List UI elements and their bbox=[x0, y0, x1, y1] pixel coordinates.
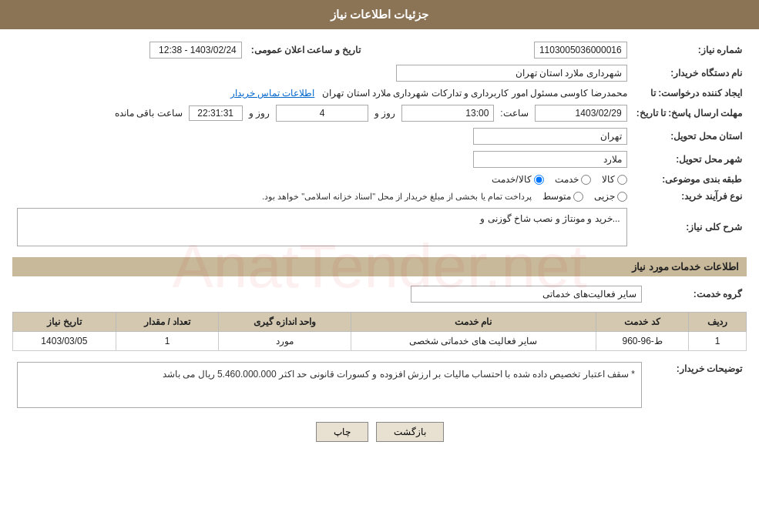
category-radio-group: کالا خدمت کالا/خدمت bbox=[17, 174, 627, 185]
province-label: استان محل تحویل: bbox=[632, 125, 747, 148]
col-header-code: کد خدمت bbox=[596, 313, 688, 332]
creator-label: ایجاد کننده درخواست: تا bbox=[632, 85, 747, 102]
services-group-row: گروه خدمت: سایر فعالیت‌های خدماتی bbox=[12, 283, 747, 306]
purchase-option-jozi[interactable]: جزیی bbox=[594, 191, 627, 202]
col-header-name: نام خدمت bbox=[351, 313, 596, 332]
deadline-time-label: ساعت: bbox=[500, 108, 528, 119]
services-group-label: گروه خدمت: bbox=[646, 283, 747, 306]
need-number-value: 1103005036000016 bbox=[534, 42, 627, 59]
need-number-label: شماره نیاز: bbox=[632, 38, 747, 62]
purchase-radio-jozi[interactable] bbox=[617, 192, 627, 202]
city-label: شهر محل تحویل: bbox=[632, 148, 747, 171]
deadline-label: مهلت ارسال پاسخ: تا تاریخ: bbox=[632, 102, 747, 125]
row-qty: 1 bbox=[116, 332, 219, 351]
buyer-notes-label: توضیحات خریدار: bbox=[646, 359, 747, 411]
category-kala-label: کالا bbox=[602, 174, 615, 185]
services-table: ردیف کد خدمت نام خدمت واحد اندازه گیری ت… bbox=[12, 312, 747, 351]
buyer-notes-table: توضیحات خریدار: * سقف اعتبار تخصیص داده … bbox=[12, 359, 747, 411]
services-group-value: سایر فعالیت‌های خدماتی bbox=[411, 286, 642, 303]
row-date: 1403/03/05 bbox=[13, 332, 116, 351]
deadline-days-label: روز و bbox=[374, 108, 395, 119]
desc-row: شرح کلی نیاز: ...خرید و مونتاژ و نصب شاخ… bbox=[12, 205, 747, 249]
purchase-option-mottavaset[interactable]: متوسط bbox=[542, 191, 583, 202]
services-table-header: ردیف کد خدمت نام خدمت واحد اندازه گیری ت… bbox=[13, 313, 747, 332]
col-header-qty: تعداد / مقدار bbox=[116, 313, 219, 332]
city-value: ملارد bbox=[473, 151, 627, 168]
purchase-jozi-label: جزیی bbox=[594, 191, 615, 202]
col-header-date: تاریخ نیاز bbox=[13, 313, 116, 332]
desc-value: ...خرید و مونتاژ و نصب شاخ گوزنی و bbox=[17, 208, 627, 246]
purchase-type-label: نوع فرآیند خرید: bbox=[632, 188, 747, 205]
purchase-radio-mottavaset[interactable] bbox=[573, 192, 583, 202]
back-button[interactable]: بازگشت bbox=[376, 422, 444, 442]
buyer-value: شهرداری ملارد استان تهران bbox=[396, 65, 627, 82]
category-radio-khedmat[interactable] bbox=[581, 175, 591, 185]
buyer-row: نام دستگاه خریدار: شهرداری ملارد استان ت… bbox=[12, 62, 747, 85]
buyer-notes-value: * سقف اعتبار تخصیص داده شده با احتساب ما… bbox=[17, 362, 642, 408]
purchase-type-row: نوع فرآیند خرید: جزیی متوسط پرداخت تمام … bbox=[12, 188, 747, 205]
creator-row: ایجاد کننده درخواست: تا محمدرضا کاوسی مس… bbox=[12, 85, 747, 102]
row-unit: مورد bbox=[219, 332, 351, 351]
category-label: طبقه بندی موضوعی: bbox=[632, 171, 747, 188]
deadline-remaining-label: ساعت باقی مانده bbox=[115, 108, 183, 119]
page-title: جزئیات اطلاعات نیاز bbox=[0, 0, 759, 29]
category-option-kala-khedmat[interactable]: کالا/خدمت bbox=[492, 174, 543, 185]
purchase-note: پرداخت تمام یا بخشی از مبلغ خریدار از مح… bbox=[262, 192, 532, 202]
buyer-notes-row: توضیحات خریدار: * سقف اعتبار تخصیص داده … bbox=[12, 359, 747, 411]
info-table: شماره نیاز: 1103005036000016 تاریخ و ساع… bbox=[12, 38, 747, 249]
row-code: ط-96-960 bbox=[596, 332, 688, 351]
category-option-kala[interactable]: کالا bbox=[602, 174, 627, 185]
announce-label: تاریخ و ساعت اعلان عمومی: bbox=[247, 38, 365, 62]
contact-link[interactable]: اطلاعات تماس خریدار bbox=[230, 88, 315, 99]
announce-value: 1403/02/24 - 12:38 bbox=[149, 42, 242, 59]
category-kala-khedmat-label: کالا/خدمت bbox=[492, 174, 531, 185]
deadline-days-text: روز و bbox=[249, 108, 270, 119]
deadline-date: 1403/02/29 bbox=[535, 105, 627, 122]
province-row: استان محل تحویل: تهران bbox=[12, 125, 747, 148]
purchase-radio-group: جزیی متوسط پرداخت تمام یا بخشی از مبلغ خ… bbox=[17, 191, 627, 202]
category-radio-kala[interactable] bbox=[617, 175, 627, 185]
main-content: شماره نیاز: 1103005036000016 تاریخ و ساع… bbox=[0, 29, 759, 457]
deadline-row: مهلت ارسال پاسخ: تا تاریخ: 1403/02/29 سا… bbox=[12, 102, 747, 125]
creator-value: محمدرضا کاوسی مسئول امور کاربرداری و تدا… bbox=[322, 88, 626, 99]
announce-row: شماره نیاز: 1103005036000016 تاریخ و ساع… bbox=[12, 38, 747, 62]
category-option-khedmat[interactable]: خدمت bbox=[555, 174, 591, 185]
table-row: 1 ط-96-960 سایر فعالیت های خدماتی شخصی م… bbox=[13, 332, 747, 351]
col-header-unit: واحد اندازه گیری bbox=[219, 313, 351, 332]
row-name: سایر فعالیت های خدماتی شخصی bbox=[351, 332, 596, 351]
purchase-mottavaset-label: متوسط bbox=[542, 191, 571, 202]
print-button[interactable]: چاپ bbox=[316, 422, 368, 442]
category-row: طبقه بندی موضوعی: کالا خدمت bbox=[12, 171, 747, 188]
city-row: شهر محل تحویل: ملارد bbox=[12, 148, 747, 171]
desc-label: شرح کلی نیاز: bbox=[632, 205, 747, 249]
deadline-remaining: 22:31:31 bbox=[189, 105, 243, 121]
page-wrapper: جزئیات اطلاعات نیاز شماره نیاز: 11030050… bbox=[0, 0, 759, 532]
services-group-table: گروه خدمت: سایر فعالیت‌های خدماتی bbox=[12, 283, 747, 306]
province-value: تهران bbox=[473, 128, 627, 145]
deadline-days: 4 bbox=[276, 105, 368, 122]
services-table-body: 1 ط-96-960 سایر فعالیت های خدماتی شخصی م… bbox=[13, 332, 747, 351]
deadline-time: 13:00 bbox=[401, 105, 494, 122]
col-header-row: ردیف bbox=[689, 313, 747, 332]
category-radio-kala-khedmat[interactable] bbox=[534, 175, 544, 185]
services-section-title: اطلاعات خدمات مورد نیاز bbox=[12, 257, 747, 276]
row-number: 1 bbox=[689, 332, 747, 351]
button-row: بازگشت چاپ bbox=[12, 422, 747, 442]
category-khedmat-label: خدمت bbox=[555, 174, 579, 185]
buyer-label: نام دستگاه خریدار: bbox=[632, 62, 747, 85]
